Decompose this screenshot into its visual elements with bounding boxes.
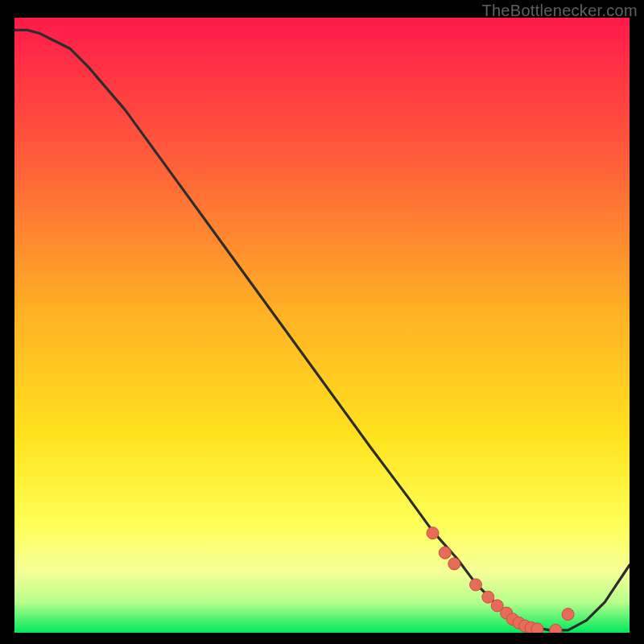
bottleneck-chart — [14, 18, 630, 633]
chart-stage: TheBottlenecker.com — [0, 0, 644, 644]
attribution-text: TheBottlenecker.com — [481, 2, 638, 20]
highlight-marker — [482, 591, 494, 603]
highlight-marker — [427, 527, 439, 539]
heatmap-background — [14, 18, 630, 633]
highlight-marker — [470, 579, 482, 591]
highlight-marker — [550, 624, 562, 633]
highlight-marker — [531, 623, 543, 633]
highlight-marker — [448, 558, 460, 570]
highlight-marker — [439, 547, 451, 559]
highlight-marker — [562, 609, 574, 621]
